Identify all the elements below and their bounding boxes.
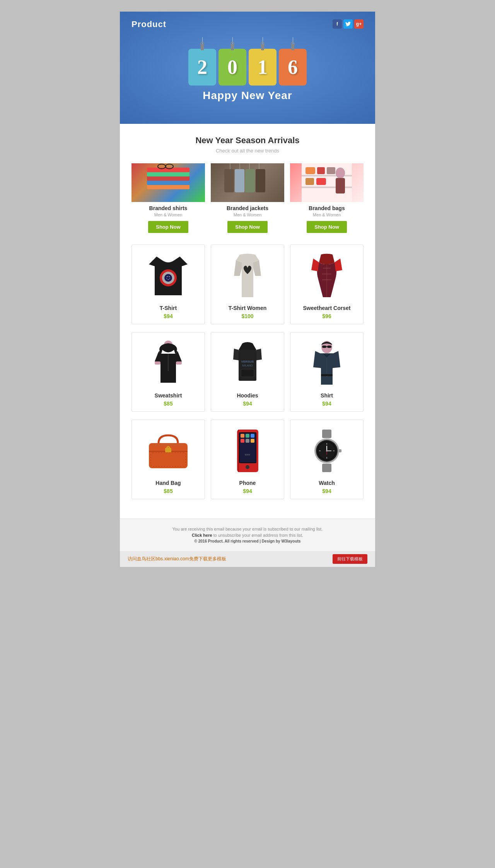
section-title: New Year Season Arrivals bbox=[131, 135, 364, 146]
phone-name: Phone bbox=[215, 480, 280, 486]
product-card-watch: Watch $94 bbox=[290, 419, 364, 499]
download-button[interactable]: 前往下载模板 bbox=[333, 554, 367, 564]
tag-0: 0 bbox=[218, 37, 246, 86]
featured-bags-sub: Men & Women bbox=[290, 212, 364, 217]
product-card-handbag: Hand Bag $85 bbox=[131, 419, 205, 499]
sweatshirt-price: $85 bbox=[136, 401, 201, 407]
svg-rect-67 bbox=[322, 464, 331, 472]
hoodies-name: Hoodies bbox=[215, 392, 280, 399]
watch-svg bbox=[307, 430, 346, 472]
tshirt-image bbox=[136, 251, 201, 301]
jackets-img-placeholder bbox=[211, 163, 284, 202]
copyright-text: © 2016 Product. All rights reserved | De… bbox=[195, 539, 280, 543]
featured-item-bags: Branded bags Men & Women Shop Now bbox=[290, 163, 364, 233]
product-card-tshirt: T-Shirt $94 bbox=[131, 245, 205, 324]
bags-img-placeholder bbox=[290, 163, 364, 202]
product-card-sweatshirt: Sweatshirt $85 bbox=[131, 332, 205, 412]
tshirt-women-price: $100 bbox=[215, 313, 280, 319]
shop-now-shirts-button[interactable]: Shop Now bbox=[148, 221, 188, 233]
svg-rect-19 bbox=[306, 167, 315, 174]
bottom-bar: 访问血鸟社区bbs.xieniao.com免费下载更多模板 前往下载模板 bbox=[120, 551, 375, 567]
footer-line2: Click here to unsubscribe your email add… bbox=[131, 533, 364, 538]
tag-2: 2 bbox=[188, 37, 216, 86]
corset-name: Sweetheart Corset bbox=[294, 305, 359, 311]
svg-point-24 bbox=[336, 168, 345, 178]
sweatshirt-svg bbox=[149, 340, 188, 387]
svg-rect-40 bbox=[241, 369, 254, 377]
svg-rect-44 bbox=[322, 346, 326, 348]
corset-svg bbox=[309, 253, 344, 299]
featured-bags-name: Branded bags bbox=[290, 205, 364, 211]
svg-rect-1 bbox=[147, 180, 189, 185]
twitter-icon[interactable] bbox=[343, 19, 353, 29]
brand-logo: Product bbox=[131, 19, 166, 29]
svg-rect-20 bbox=[317, 167, 325, 174]
tshirt-name: T-Shirt bbox=[136, 305, 201, 311]
featured-item-shirts: Branded shirts Men & Women Shop Now bbox=[131, 163, 205, 233]
watch-price: $94 bbox=[294, 488, 359, 494]
featured-item-jackets: Branded jackets Men & Women Shop Now bbox=[211, 163, 284, 233]
hoodies-svg: VERSUS MILANO bbox=[230, 340, 265, 387]
email-wrapper: Product f g+ 2 0 bbox=[120, 12, 375, 567]
product-card-phone: SONY Phone $94 bbox=[211, 419, 284, 499]
shirt-svg bbox=[309, 340, 344, 387]
designer-name: W3layouts bbox=[281, 539, 300, 543]
corset-image bbox=[294, 251, 359, 301]
tshirt-price: $94 bbox=[136, 313, 201, 319]
svg-rect-15 bbox=[256, 169, 265, 192]
tshirt-women-svg bbox=[230, 253, 265, 299]
svg-rect-25 bbox=[336, 178, 345, 193]
watch-image bbox=[294, 426, 359, 476]
product-card-hoodies: VERSUS MILANO Hoodies $94 bbox=[211, 332, 284, 412]
svg-rect-45 bbox=[327, 346, 331, 348]
svg-rect-60 bbox=[251, 434, 254, 438]
sweatshirt-name: Sweatshirt bbox=[136, 392, 201, 399]
footer-line1: You are receiving this email because you… bbox=[131, 527, 364, 531]
section-subtitle: Check out all the new trends bbox=[131, 148, 364, 154]
phone-image: SONY bbox=[215, 426, 280, 476]
featured-shirts-name: Branded shirts bbox=[131, 205, 205, 211]
tshirt-svg bbox=[149, 253, 188, 299]
svg-rect-22 bbox=[306, 178, 314, 185]
handbag-price: $85 bbox=[136, 488, 201, 494]
footer-line2-suffix: to unsubscribe your email address from t… bbox=[213, 533, 303, 538]
tagline-text: Happy New Year bbox=[131, 89, 364, 102]
header-top: Product f g+ bbox=[131, 19, 364, 29]
svg-rect-66 bbox=[322, 430, 331, 438]
svg-text:SONY: SONY bbox=[244, 454, 250, 456]
jackets-svg bbox=[222, 163, 273, 202]
product-grid-row1: T-Shirt $94 T-Shirt Women $100 bbox=[131, 245, 364, 324]
handbag-svg bbox=[145, 431, 191, 470]
featured-jackets-sub: Men & Women bbox=[211, 212, 284, 217]
product-card-shirt: Shirt $94 bbox=[290, 332, 364, 412]
svg-point-65 bbox=[246, 465, 249, 469]
shirt-name: Shirt bbox=[294, 392, 359, 399]
unsubscribe-link[interactable]: Click here bbox=[192, 533, 212, 538]
svg-point-79 bbox=[326, 450, 328, 452]
product-card-tshirt-women: T-Shirt Women $100 bbox=[211, 245, 284, 324]
svg-rect-37 bbox=[176, 361, 182, 365]
product-grid-row3: Hand Bag $85 bbox=[131, 419, 364, 499]
phone-svg: SONY bbox=[235, 428, 260, 474]
shop-now-bags-button[interactable]: Shop Now bbox=[307, 221, 347, 233]
svg-rect-0 bbox=[147, 185, 189, 189]
svg-rect-3 bbox=[147, 172, 189, 176]
watermark-text: 访问血鸟社区bbs.xieniao.com免费下载更多模板 bbox=[128, 556, 226, 562]
tshirt-women-image bbox=[215, 251, 280, 301]
year-tags: 2 0 1 6 bbox=[131, 37, 364, 86]
featured-bags-image bbox=[290, 163, 364, 202]
googleplus-icon[interactable]: g+ bbox=[354, 19, 364, 29]
svg-rect-52 bbox=[165, 448, 171, 452]
shop-now-jackets-button[interactable]: Shop Now bbox=[227, 221, 268, 233]
product-grid-row2: Sweatshirt $85 bbox=[131, 332, 364, 412]
corset-price: $96 bbox=[294, 313, 359, 319]
svg-rect-12 bbox=[224, 169, 234, 192]
product-card-corset: Sweetheart Corset $96 bbox=[290, 245, 364, 324]
tag-1: 1 bbox=[249, 37, 277, 86]
shirt-image bbox=[294, 338, 359, 389]
facebook-icon[interactable]: f bbox=[333, 19, 342, 29]
shirts-img-placeholder bbox=[131, 163, 205, 202]
svg-rect-14 bbox=[245, 169, 255, 192]
phone-price: $94 bbox=[215, 488, 280, 494]
svg-rect-23 bbox=[316, 178, 326, 185]
